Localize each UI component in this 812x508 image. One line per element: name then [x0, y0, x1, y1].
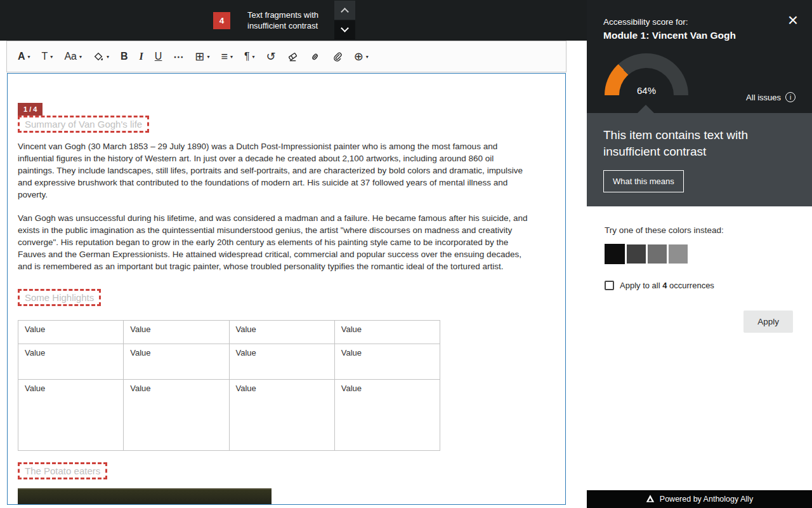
apply-all-suffix: occurrences: [667, 281, 714, 290]
what-this-means-button[interactable]: What this means: [603, 170, 684, 192]
chevron-down-icon: [341, 24, 349, 32]
chevron-down-icon: ▾: [79, 54, 82, 60]
color-swatch-gray[interactable]: [648, 244, 667, 264]
chevron-up-icon: [341, 8, 349, 16]
color-swatch-row: [605, 244, 794, 264]
chevron-down-icon: ▾: [252, 54, 255, 60]
more-formatting-button[interactable]: ⋯: [167, 45, 189, 68]
info-icon: i: [785, 92, 796, 102]
issue-nav-buttons: [334, 1, 355, 40]
all-issues-link[interactable]: All issues i: [746, 92, 796, 102]
table-row: Value Value Value Value: [18, 344, 440, 380]
accessibility-score-gauge: 64%: [605, 53, 688, 95]
close-icon[interactable]: ×: [788, 11, 798, 29]
paragraph-van-gogh-legacy[interactable]: Van Gogh was unsuccessful during his lif…: [18, 212, 529, 272]
paperclip-icon: [332, 51, 343, 62]
undo-button[interactable]: ↺: [261, 45, 282, 68]
apply-all-checkbox[interactable]: [605, 281, 614, 290]
table-button[interactable]: ⊞ ▾: [189, 45, 215, 68]
issue-message: Text fragments with insufficient contras…: [247, 10, 318, 31]
color-swatch-dark-gray[interactable]: [627, 244, 646, 264]
issue-message-line2: insufficient contrast: [247, 20, 318, 31]
table-row: Value Value Value Value: [18, 321, 440, 344]
try-colors-label: Try one of these colors instead:: [605, 225, 794, 235]
attachment-button[interactable]: [326, 45, 348, 68]
potato-eaters-image[interactable]: [18, 488, 272, 505]
italic-icon: I: [140, 51, 143, 62]
table-cell[interactable]: Value: [124, 321, 229, 344]
issue-description: This item contains text with insufficien…: [603, 127, 778, 160]
paragraph-format-button[interactable]: ¶ ▾: [239, 45, 261, 68]
paint-bucket-icon: [93, 51, 104, 62]
editor-content-area[interactable]: 1 / 4 Summary of Van Gogh's life Vincent…: [7, 73, 566, 505]
highlight-color-button[interactable]: ▾: [88, 45, 115, 68]
editor-toolbar: A ▾ T ▾ Aa ▾ ▾ B I U: [6, 41, 566, 72]
font-size-button[interactable]: Aa ▾: [58, 45, 88, 68]
apply-button[interactable]: Apply: [743, 311, 793, 333]
eraser-icon: [287, 51, 298, 62]
chevron-down-icon: ▾: [207, 54, 209, 60]
clear-formatting-button[interactable]: [282, 45, 304, 68]
align-button[interactable]: ≡ ▾: [215, 45, 239, 68]
ellipsis-icon: ⋯: [173, 51, 183, 63]
ally-accessibility-panel: Accessibility score for: Module 1: Vince…: [587, 0, 812, 508]
table-cell[interactable]: Value: [229, 344, 334, 380]
bold-button[interactable]: B: [115, 45, 134, 68]
issue-position-badge: 1 / 4: [18, 103, 43, 116]
table-cell[interactable]: Value: [229, 380, 334, 451]
issue-navigation-bar: 4 Text fragments with insufficient contr…: [0, 0, 587, 41]
text-style-icon: T: [42, 51, 48, 62]
underline-button[interactable]: U: [149, 45, 168, 68]
panel-header: Accessibility score for: Module 1: Vince…: [587, 0, 812, 113]
paragraph-icon: ¶: [244, 51, 250, 62]
chevron-down-icon: ▾: [366, 54, 369, 60]
flagged-heading-potato-eaters[interactable]: The Potato eaters: [18, 462, 107, 479]
table-cell[interactable]: Value: [334, 380, 440, 451]
all-issues-label: All issues: [746, 93, 781, 102]
plus-circle-icon: ⊕: [354, 50, 363, 64]
flagged-heading-highlights[interactable]: Some Highlights: [18, 289, 101, 306]
score-for-label: Accessibility score for:: [603, 17, 688, 27]
table-icon: ⊞: [195, 50, 204, 64]
ally-footer: Powered by Anthology Ally: [587, 490, 812, 508]
content-table: Value Value Value Value Value Value Valu…: [18, 320, 440, 451]
link-icon: [310, 51, 320, 62]
paragraph-van-gogh-bio[interactable]: Vincent van Gogh (30 March 1853 – 29 Jul…: [18, 140, 529, 201]
previous-issue-button[interactable]: [334, 1, 355, 20]
apply-all-prefix: Apply to all: [620, 281, 662, 290]
undo-icon: ↺: [266, 50, 276, 64]
link-button[interactable]: [304, 45, 326, 68]
table-cell[interactable]: Value: [334, 321, 440, 344]
next-issue-button[interactable]: [334, 20, 355, 39]
underline-icon: U: [155, 51, 162, 62]
issue-count-badge: 4: [213, 12, 230, 29]
text-color-button[interactable]: A ▾: [12, 45, 36, 68]
chevron-down-icon: ▾: [230, 54, 233, 60]
rich-text-editor: A ▾ T ▾ Aa ▾ ▾ B I U: [6, 41, 566, 507]
bold-icon: B: [121, 51, 128, 62]
font-size-icon: Aa: [64, 51, 77, 62]
apply-all-label: Apply to all 4 occurrences: [620, 281, 714, 290]
remediation-section: Try one of these colors instead: Apply t…: [587, 206, 812, 333]
table-cell[interactable]: Value: [18, 344, 124, 380]
flagged-heading-summary[interactable]: Summary of Van Gogh's life: [18, 116, 149, 133]
text-color-icon: A: [18, 51, 25, 62]
chevron-down-icon: ▾: [28, 54, 30, 60]
pointer-up-arrow: [638, 105, 654, 113]
table-cell[interactable]: Value: [18, 380, 124, 451]
apply-button-row: Apply: [605, 311, 794, 333]
italic-button[interactable]: I: [134, 45, 149, 68]
table-cell[interactable]: Value: [334, 344, 440, 380]
table-cell[interactable]: Value: [18, 321, 124, 344]
insert-content-button[interactable]: ⊕ ▾: [348, 45, 374, 68]
color-swatch-black[interactable]: [605, 244, 625, 264]
issue-description-section: This item contains text with insufficien…: [587, 113, 812, 206]
table-cell[interactable]: Value: [229, 321, 334, 344]
table-row: Value Value Value Value: [18, 380, 440, 451]
color-swatch-light-gray[interactable]: [669, 244, 688, 264]
chevron-down-icon: ▾: [50, 54, 53, 60]
text-style-button[interactable]: T ▾: [36, 45, 59, 68]
table-cell[interactable]: Value: [124, 380, 229, 451]
score-value: 64%: [605, 85, 688, 96]
table-cell[interactable]: Value: [124, 344, 229, 380]
